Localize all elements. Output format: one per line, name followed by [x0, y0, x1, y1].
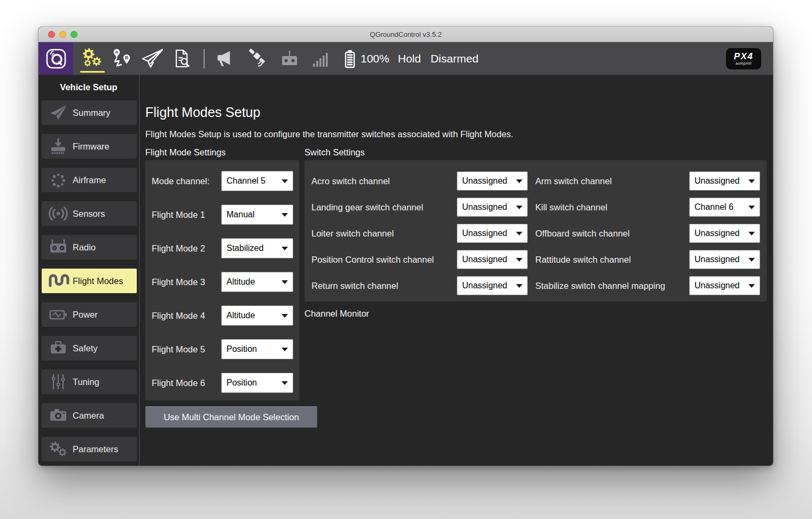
sidebar-item-sensors[interactable]: Sensors [42, 201, 137, 226]
flight-mode-2-label: Flight Mode 2 [152, 243, 205, 254]
battery-icon [342, 48, 357, 69]
landing-gear-switch-channel-label: Landing gear switch channel [311, 202, 457, 213]
gps-status[interactable] [246, 48, 268, 69]
flight-mode-4-select[interactable]: Altitude [221, 305, 293, 326]
chevron-down-icon [748, 206, 755, 209]
return-switch-channel-select[interactable]: Unassigned [457, 276, 528, 295]
analyze-view-button[interactable] [167, 42, 197, 75]
battery-indicator[interactable]: 100% [342, 48, 389, 69]
switch-row: Return switch channel Unassigned Stabili… [311, 276, 767, 295]
body-area: Vehicle Setup Summary Firmware Airframe … [38, 75, 773, 466]
select-value: Stabilized [227, 243, 263, 253]
select-value: Manual [227, 210, 254, 219]
sidebar-item-firmware[interactable]: Firmware [42, 134, 137, 159]
flight-mode-3-label: Flight Mode 3 [152, 277, 205, 287]
flight-modes-setup-page: Flight Modes Setup Flight Modes Setup is… [140, 75, 773, 466]
chevron-down-icon [748, 258, 755, 262]
sensors-icon [46, 202, 71, 225]
use-multi-channel-mode-selection-button[interactable]: Use Multi Channel Mode Selection [145, 406, 317, 428]
flight-mode-settings-heading: Flight Mode Settings [145, 147, 225, 158]
sidebar-header: Vehicle Setup [38, 75, 139, 99]
mode-channel-select[interactable]: Channel 5 [221, 171, 293, 191]
sidebar-item-radio[interactable]: Radio [42, 235, 137, 260]
flight-mode-indicator[interactable]: Hold [398, 52, 421, 65]
fly-view-button[interactable] [137, 42, 167, 75]
qgc-home-button[interactable] [38, 42, 73, 75]
chevron-down-icon [282, 213, 288, 217]
sidebar-item-summary[interactable]: Summary [42, 100, 137, 125]
return-switch-channel-label: Return switch channel [311, 281, 457, 291]
stabilize-switch-channel-mapping-select[interactable]: Unassigned [689, 276, 760, 295]
sidebar-item-tuning[interactable]: Tuning [42, 369, 137, 394]
rc-icon [279, 50, 300, 68]
safety-icon [46, 337, 71, 359]
megaphone-icon [214, 49, 235, 69]
switch-settings-heading: Switch Settings [304, 147, 365, 158]
flight-mode-6-select[interactable]: Position [221, 373, 293, 393]
flight-modes-icon [46, 270, 71, 292]
arm-switch-channel-label: Arm switch channel [535, 176, 689, 186]
minimize-button[interactable] [59, 31, 66, 38]
select-value: Unassigned [694, 229, 740, 238]
flight-mode-3-select[interactable]: Altitude [221, 272, 293, 292]
offboard-switch-channel-label: Offboard switch channel [535, 229, 689, 239]
select-value: Unassigned [694, 281, 740, 290]
stabilize-switch-channel-mapping-label: Stabilize switch channel mapping [535, 281, 689, 291]
vehicle-setup-view-button[interactable] [77, 42, 107, 75]
switch-settings-panel: Acro switch channel Unassigned Arm switc… [304, 160, 767, 302]
landing-gear-switch-channel-select[interactable]: Unassigned [457, 198, 528, 217]
plan-view-button[interactable]: A B [107, 42, 137, 75]
offboard-switch-channel-select[interactable]: Unassigned [689, 224, 760, 243]
close-button[interactable] [48, 31, 55, 38]
loiter-switch-channel-select[interactable]: Unassigned [457, 224, 528, 243]
telemetry-rssi-status[interactable] [311, 51, 330, 67]
sidebar-item-camera[interactable]: Camera [42, 403, 137, 428]
chevron-down-icon [282, 179, 288, 183]
armed-state-indicator[interactable]: Disarmed [431, 52, 479, 65]
flight-mode-row: Flight Mode 3 Altitude [152, 272, 293, 292]
sidebar-item-parameters[interactable]: Parameters [42, 437, 137, 461]
select-value: Unassigned [694, 255, 740, 264]
sidebar-items: Summary Firmware Airframe Sensors Radio … [38, 99, 139, 461]
sidebar-item-airframe[interactable]: Airframe [42, 168, 137, 192]
chevron-down-icon [282, 314, 288, 318]
chevron-down-icon [516, 284, 522, 288]
chevron-down-icon [516, 179, 522, 183]
battery-percent: 100% [361, 52, 389, 65]
select-value: Unassigned [462, 281, 508, 290]
sidebar-item-safety[interactable]: Safety [42, 336, 137, 360]
toolbar: A B 100% Hold Disarmed PX4 autopilot [38, 42, 773, 75]
chevron-down-icon [516, 206, 522, 209]
switch-row: Loiter switch channel Unassigned Offboar… [311, 224, 767, 243]
switch-row: Landing gear switch channel Unassigned K… [311, 198, 767, 217]
rattitude-switch-channel-select[interactable]: Unassigned [689, 250, 760, 269]
flight-mode-row: Flight Mode 4 Altitude [152, 305, 293, 326]
select-value: Channel 6 [694, 202, 733, 212]
flight-mode-row: Flight Mode 5 Position [152, 339, 293, 359]
plan-icon: A B [111, 47, 134, 70]
arm-switch-channel-select[interactable]: Unassigned [689, 171, 760, 191]
chevron-down-icon [516, 232, 522, 235]
flight-mode-1-select[interactable]: Manual [221, 205, 293, 225]
rattitude-switch-channel-label: Rattitude switch channel [535, 255, 689, 265]
flight-mode-2-select[interactable]: Stabilized [221, 238, 293, 258]
position-control-switch-channel-select[interactable]: Unassigned [457, 250, 528, 269]
select-value: Channel 5 [227, 176, 266, 186]
select-value: Altitude [227, 277, 255, 287]
zoom-button[interactable] [71, 31, 77, 38]
position-control-switch-channel-label: Position Control switch channel [311, 255, 457, 265]
audio-status[interactable] [214, 49, 235, 69]
titlebar: QGroundControl v3.5.2 [38, 27, 773, 42]
radio-icon [46, 236, 71, 258]
rc-rssi-status[interactable] [279, 50, 300, 68]
kill-switch-channel-select[interactable]: Channel 6 [689, 198, 760, 217]
signal-bars-icon [311, 51, 330, 67]
chevron-down-icon [282, 348, 288, 351]
chevron-down-icon [282, 247, 288, 250]
sidebar-item-flight-modes[interactable]: Flight Modes [42, 269, 137, 293]
px4-logo-subtext: autopilot [736, 62, 752, 66]
acro-switch-channel-label: Acro switch channel [311, 176, 457, 186]
flight-mode-5-select[interactable]: Position [221, 339, 293, 359]
sidebar-item-power[interactable]: Power [42, 302, 137, 327]
acro-switch-channel-select[interactable]: Unassigned [457, 171, 528, 191]
